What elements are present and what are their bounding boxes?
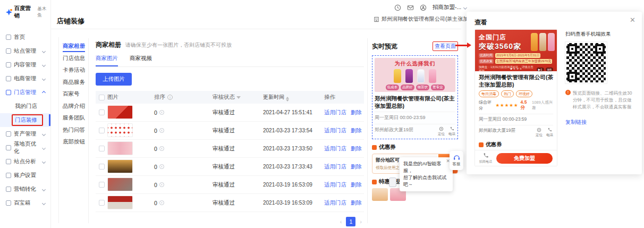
subnav-item-service-team[interactable]: 服务团队 <box>63 114 87 126</box>
edit-order-icon[interactable] <box>159 110 164 115</box>
sidebar-item-my-stores[interactable]: 我的门店 <box>0 99 50 113</box>
sidebar-item-toolbox[interactable]: 百宝箱 <box>0 196 50 210</box>
status-text: 审核通过 <box>213 145 263 153</box>
call-button[interactable]: 电话 <box>448 126 455 137</box>
apply-stores-link[interactable]: 适用门店 <box>324 199 346 207</box>
row-checkbox[interactable] <box>99 182 105 188</box>
row-checkbox[interactable] <box>99 146 105 151</box>
apply-stores-link[interactable]: 适用门店 <box>324 109 346 116</box>
status-text: 审核通过 <box>213 199 263 207</box>
subnav-item-bottom-button[interactable]: 底部按钮 <box>63 138 87 150</box>
drink-cups-illustration <box>531 33 555 51</box>
chevron-down-icon <box>42 187 46 191</box>
user-avatar-icon[interactable] <box>420 4 427 11</box>
baidu-marketing-logo-icon <box>5 9 13 16</box>
popup-address: 郑州邮政大厦19层 <box>479 128 515 138</box>
subnav-item-store-info[interactable]: 门店信息 <box>63 55 87 67</box>
location-icon <box>537 128 541 132</box>
edit-order-icon[interactable] <box>159 128 164 133</box>
sidebar-item-store-management[interactable]: 门店管理 <box>0 86 50 99</box>
warning-icon: ! <box>565 90 571 95</box>
sidebar-item-account-settings[interactable]: 账户设置 <box>0 168 50 182</box>
tab-merchant-images[interactable]: 商家图片 <box>96 55 118 66</box>
edit-order-icon[interactable] <box>159 182 164 187</box>
locate-button[interactable]: 定位 <box>536 128 543 138</box>
upload-image-button[interactable]: 上传图片 <box>96 73 132 86</box>
content-left-divider <box>58 37 59 223</box>
tab-merchant-videos[interactable]: 商家视频 <box>130 55 152 66</box>
sidebar-item-site-management[interactable]: 站点管理 <box>0 44 50 58</box>
store-tag: 环境好 <box>516 90 532 97</box>
select-all-checkbox[interactable] <box>99 95 105 100</box>
info-icon[interactable]: i <box>167 95 173 100</box>
message-mail-icon[interactable] <box>407 4 414 11</box>
sidebar-item-store-decoration[interactable]: 门店装修 <box>0 113 50 127</box>
store-icon <box>6 90 11 95</box>
delete-link[interactable]: 删除 <box>351 109 362 116</box>
subnav-item-product-services[interactable]: 商品服务 <box>63 79 87 91</box>
free-join-button[interactable]: 免费加盟 <box>496 153 553 164</box>
subnav-item-baijiahao[interactable]: 百家号 <box>63 90 87 103</box>
preview-company-name: 郑州润翔餐饮管理有限公司(茶主张加盟总部) <box>375 95 455 109</box>
subnav-item-merchant-album[interactable]: 商家相册 <box>63 43 87 55</box>
col-order: 排序 <box>154 94 165 101</box>
page-1-button[interactable]: 1 <box>346 217 355 226</box>
sidebar-item-marketing-conversion[interactable]: 营销转化 <box>0 182 50 196</box>
status-text: 审核通过 <box>213 181 263 189</box>
sidebar-item-asset-management[interactable]: 资产管理 <box>0 127 50 141</box>
delete-link[interactable]: 删除 <box>351 181 362 189</box>
sidebar-item-site-analysis[interactable]: 站点分析 <box>0 155 50 168</box>
edit-order-icon[interactable] <box>159 146 164 151</box>
apply-stores-link[interactable]: 适用门店 <box>324 163 346 171</box>
customer-service-widget[interactable]: 客服 <box>450 151 463 170</box>
call-button[interactable]: 电话 <box>546 128 553 138</box>
subnav-item-hot-qa[interactable]: 热门问答 <box>63 126 87 139</box>
store-tag: 热门 <box>501 90 514 97</box>
live-preview-panel: 实时预览 查看页面 为什么选择我们 低成本 品牌好 做茶饮 更专业 郑州润翔餐饮… <box>372 41 458 201</box>
prev-page-button[interactable]: ‹ <box>340 218 342 225</box>
rating-value: 4.5分 <box>521 99 530 111</box>
row-checkbox[interactable] <box>99 164 105 170</box>
subnav-item-brand-intro[interactable]: 品牌介绍 <box>63 103 87 115</box>
copy-link-button[interactable]: 复制链接 <box>565 119 587 126</box>
history-clock-icon[interactable] <box>394 4 401 11</box>
banner-label: 更专业 <box>431 85 445 90</box>
delete-link[interactable]: 删除 <box>351 127 362 134</box>
col-image: 图片 <box>107 94 154 101</box>
update-time: 2021-03-23 17:33:54 <box>263 128 324 133</box>
row-checkbox[interactable] <box>99 128 105 133</box>
promo-policy-value: 全国所有区域内有效三年加盟费2970元 <box>495 59 552 64</box>
row-checkbox[interactable] <box>99 200 105 206</box>
sidebar-item-content-management[interactable]: 内容管理 <box>0 58 50 72</box>
delete-link[interactable]: 删除 <box>351 199 362 207</box>
locate-button[interactable]: 定位 <box>438 126 445 137</box>
row-checkbox[interactable] <box>99 109 105 115</box>
table-row: 0 审核通过 2021-04-27 15:51:41 适用门店删除 <box>96 104 364 122</box>
edit-order-icon[interactable] <box>159 164 164 169</box>
account-selector[interactable]: 招商加盟-... <box>433 4 472 11</box>
preview-selected-card: 为什么选择我们 低成本 品牌好 做茶饮 更专业 郑州润翔餐饮管理有限公司(茶主张… <box>372 55 458 139</box>
filter-icon[interactable] <box>236 96 241 99</box>
site-icon <box>6 48 11 54</box>
sidebar-item-landing-page-optimization[interactable]: 落地页优化 <box>0 141 50 155</box>
delete-link[interactable]: 删除 <box>351 163 362 171</box>
preview-business-hours: 周一至周日 00:00-23:59 <box>375 112 455 121</box>
edit-order-icon[interactable] <box>159 200 164 205</box>
view-page-link[interactable]: 查看页面 <box>433 41 458 51</box>
apply-stores-link[interactable]: 适用门店 <box>324 127 346 134</box>
sidebar-item-home[interactable]: 首页 <box>0 30 50 44</box>
sidebar-item-ecommerce-management[interactable]: 电商管理 <box>0 72 50 86</box>
call-merchant-button[interactable]: 招商电话 <box>479 153 492 164</box>
sort-icon[interactable] <box>286 97 289 102</box>
store-tag: 每日消毒 <box>479 90 499 97</box>
apply-stores-link[interactable]: 适用门店 <box>324 145 346 153</box>
close-icon[interactable]: ✕ <box>630 16 635 24</box>
next-page-button[interactable]: › <box>360 218 362 225</box>
status-text: 审核通过 <box>213 163 263 171</box>
subnav-item-coupon-activities[interactable]: 卡券活动 <box>63 66 87 79</box>
apply-stores-link[interactable]: 适用门店 <box>324 181 346 189</box>
album-image-thumbnail <box>107 105 133 119</box>
toolbox-icon <box>6 200 11 206</box>
delete-link[interactable]: 删除 <box>351 145 362 153</box>
section-hint: 请确保至少有一张图片，否则店铺页不可投放 <box>125 41 232 49</box>
